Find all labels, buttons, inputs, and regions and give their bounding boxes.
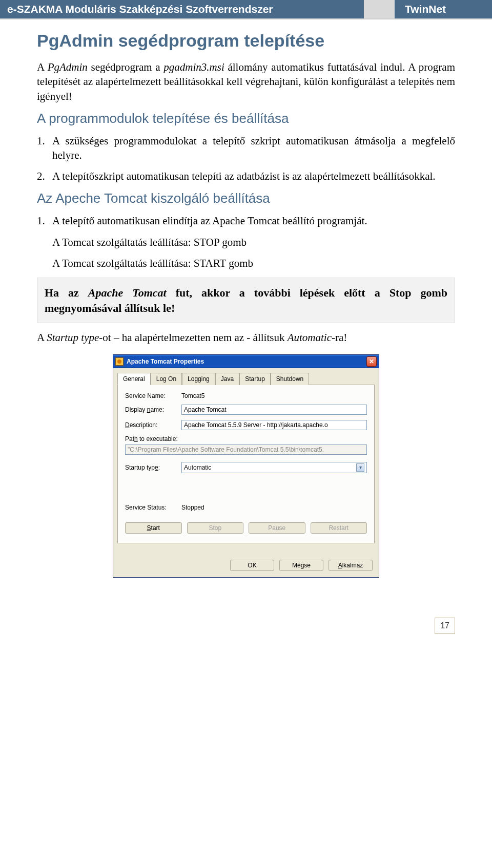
doc-header-gap: [364, 0, 395, 18]
label-description: Description:: [125, 421, 181, 429]
label-display-name: Display name:: [125, 406, 181, 413]
tab-strip: General Log On Logging Java Startup Shut…: [117, 372, 375, 385]
tab-panel-general: Service Name: Tomcat5 Display name: Desc…: [117, 385, 375, 543]
text-underline: D: [125, 421, 130, 429]
page-title: PgAdmin segédprogram telepítése: [37, 31, 455, 51]
label-service-status: Service Status:: [125, 504, 181, 511]
tab-shutdown[interactable]: Shutdown: [271, 373, 309, 385]
text-underline: A: [338, 562, 342, 569]
apply-button[interactable]: Alkalmaz: [329, 560, 373, 571]
startup-type-value: Automatic: [184, 464, 211, 471]
tab-java[interactable]: Java: [215, 373, 239, 385]
intro-paragraph: A PgAdmin segédprogram a pgadmin3.msi ál…: [37, 60, 455, 103]
list-item: A telepítő automatikusan elindítja az Ap…: [37, 214, 455, 228]
chevron-down-icon: ▾: [356, 463, 364, 472]
row-description: Description:: [125, 420, 367, 430]
text: -ra!: [332, 331, 347, 344]
description-input[interactable]: [181, 420, 367, 430]
text-underline: e: [155, 464, 158, 471]
page-number: 17: [435, 618, 455, 634]
text: escription:: [130, 421, 158, 429]
restart-button[interactable]: Restart: [311, 522, 367, 534]
text: lkalmaz: [342, 562, 363, 569]
label-path: Path to executable:: [125, 435, 367, 442]
sub-stop: A Tomcat szolgáltatás leállítása: STOP g…: [37, 235, 455, 249]
start-button[interactable]: Start: [125, 522, 182, 534]
field-wrap: [181, 420, 367, 430]
label-service-name: Service Name:: [125, 392, 181, 399]
text-italic: PgAdmin: [48, 61, 88, 73]
tomcat-list: A telepítő automatikusan elindítja az Ap…: [37, 214, 455, 228]
text-italic: pgadmin3.msi: [163, 61, 224, 73]
text: -ot – ha alapértelmezetten nem az - állí…: [99, 331, 287, 344]
tab-logon[interactable]: Log On: [151, 373, 182, 385]
text: Display: [125, 406, 147, 413]
row-startup-type: Startup type: Automatic ▾: [125, 462, 367, 473]
row-service-status: Service Status: Stopped: [125, 504, 367, 511]
text: A: [37, 61, 48, 73]
text-italic: Automatic: [288, 331, 332, 344]
sub-start: A Tomcat szolgáltatás leállítása: START …: [37, 256, 455, 270]
page-content: PgAdmin segédprogram telepítése A PgAdmi…: [0, 19, 492, 608]
doc-header: e-SZAKMA Moduláris Szakképzési Szoftverr…: [0, 0, 492, 19]
window-title: Apache Tomcat Properties: [127, 358, 366, 365]
row-display-name: Display name:: [125, 405, 367, 415]
pause-button[interactable]: Pause: [249, 522, 305, 534]
text-underline: S: [147, 524, 151, 532]
section-heading-tomcat: Az Apeche Tomcat kiszolgáló beállítása: [37, 190, 455, 206]
page-footer: 17: [0, 608, 492, 639]
tab-general[interactable]: General: [117, 373, 151, 385]
text: Pat: [125, 435, 134, 442]
label-startup-type: Startup type:: [125, 464, 181, 471]
after-callout-paragraph: A Startup type-ot – ha alapértelmezetten…: [37, 330, 455, 345]
path-input: [125, 444, 367, 455]
callout-box: Ha az Apache Tomcat fut, akkor a további…: [37, 278, 455, 323]
row-service-name: Service Name: Tomcat5: [125, 392, 367, 399]
window-titlebar[interactable]: Apache Tomcat Properties ✕: [113, 355, 379, 368]
doc-header-right: TwinNet: [395, 3, 492, 15]
doc-header-left: e-SZAKMA Moduláris Szakképzési Szoftverr…: [0, 3, 364, 15]
value-service-status: Stopped: [181, 504, 367, 511]
text: segédprogram a: [88, 61, 163, 73]
list-item: A szükséges programmodulokat a telepítő …: [37, 134, 455, 163]
field-wrap: [181, 405, 367, 415]
modules-list: A szükséges programmodulokat a telepítő …: [37, 134, 455, 183]
text: A: [37, 331, 47, 344]
text-italic: Apache Tomcat: [88, 286, 167, 299]
list-item: A telepítőszkript automatikusan telepíti…: [37, 169, 455, 183]
tab-startup[interactable]: Startup: [239, 373, 271, 385]
text: ame:: [150, 406, 164, 413]
field-wrap: Automatic ▾: [181, 462, 367, 473]
close-button[interactable]: ✕: [366, 356, 377, 367]
ok-button[interactable]: OK: [230, 560, 274, 571]
text-underline: h: [134, 435, 138, 442]
tomcat-properties-window: Apache Tomcat Properties ✕ General Log O…: [113, 354, 379, 578]
tomcat-icon: [115, 357, 124, 366]
text: to executable:: [138, 435, 178, 442]
value-service-name: Tomcat5: [181, 392, 367, 399]
text: Ha az: [45, 286, 88, 299]
dialog-buttons-row: OK Mégse Alkalmaz: [117, 555, 375, 572]
close-icon: ✕: [369, 358, 374, 365]
cancel-button[interactable]: Mégse: [279, 560, 323, 571]
text: Startup typ: [125, 464, 155, 471]
text-italic: Startup type: [47, 331, 99, 344]
section-heading-modules: A programmodulok telepítése és beállítás…: [37, 111, 455, 126]
stop-button[interactable]: Stop: [187, 522, 244, 534]
window-body: General Log On Logging Java Startup Shut…: [113, 368, 379, 577]
startup-type-select[interactable]: Automatic ▾: [181, 462, 367, 473]
display-name-input[interactable]: [181, 405, 367, 415]
text: tart: [151, 524, 160, 532]
service-buttons-row: Start Stop Pause Restart: [125, 522, 367, 534]
text: :: [158, 464, 160, 471]
tab-logging[interactable]: Logging: [182, 373, 215, 385]
